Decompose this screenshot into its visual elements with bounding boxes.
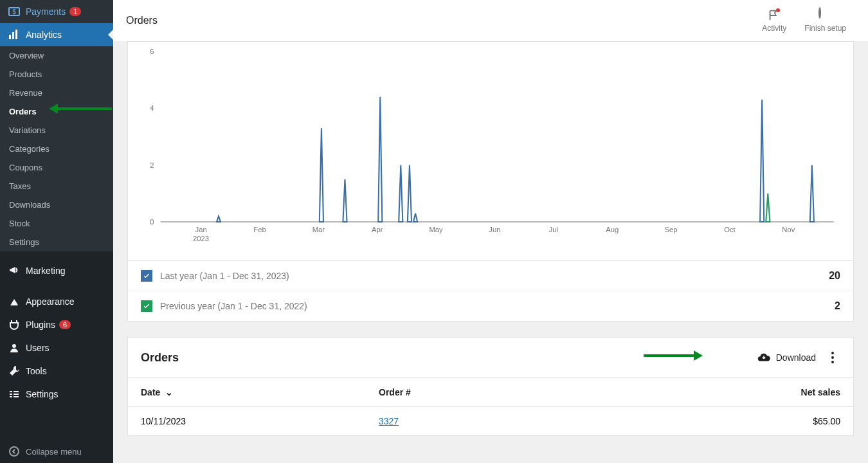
- sidebar-label: Users: [26, 343, 50, 353]
- sidebar-label: Settings: [26, 389, 59, 399]
- svg-text:Feb: Feb: [253, 226, 266, 233]
- sidebar-item-users[interactable]: Users: [0, 336, 113, 359]
- order-link[interactable]: 3327: [379, 416, 399, 426]
- submenu-settings[interactable]: Settings: [0, 233, 113, 251]
- svg-text:Aug: Aug: [606, 226, 619, 233]
- sidebar-item-marketing[interactable]: Marketing: [0, 259, 113, 282]
- annotation-arrow-icon: [644, 354, 699, 357]
- cell-date: 10/11/2023: [128, 407, 366, 435]
- sidebar-item-tools[interactable]: Tools: [0, 359, 113, 383]
- appearance-icon: [8, 295, 21, 308]
- legend-row-last-year[interactable]: Last year (Jan 1 - Dec 31, 2023) 20: [128, 261, 853, 291]
- column-header-date[interactable]: Date ⌄: [128, 378, 366, 406]
- collapse-label: Collapse menu: [26, 447, 82, 457]
- annotation-arrow-icon: [53, 107, 112, 110]
- legend-label: Previous year (Jan 1 - Dec 31, 2022): [160, 301, 835, 311]
- main-content: Orders Activity Finish setup 0246JanFebM…: [113, 0, 868, 463]
- content-scroll[interactable]: 0246JanFebMarAprMayJunJulAugSepOctNovDec…: [113, 41, 868, 463]
- sidebar-item-analytics[interactable]: Analytics: [0, 23, 113, 46]
- admin-sidebar: $ Payments 1 Analytics Overview Products…: [0, 0, 113, 463]
- download-label: Download: [776, 352, 816, 363]
- marketing-icon: [8, 264, 21, 277]
- cell-order: 3327: [366, 407, 737, 435]
- chart-legend: Last year (Jan 1 - Dec 31, 2023) 20 Prev…: [128, 260, 853, 321]
- sidebar-item-settings[interactable]: Settings: [0, 383, 113, 406]
- chevron-down-icon: ⌄: [165, 387, 173, 397]
- sidebar-label: Payments: [26, 6, 66, 17]
- sidebar-item-appearance[interactable]: Appearance: [0, 290, 113, 313]
- svg-rect-7: [10, 394, 12, 395]
- submenu-categories[interactable]: Categories: [0, 140, 113, 158]
- svg-text:Mar: Mar: [312, 226, 325, 233]
- svg-rect-11: [14, 396, 19, 397]
- download-button[interactable]: Download: [757, 350, 816, 365]
- finish-setup-button[interactable]: Finish setup: [795, 6, 855, 35]
- payments-badge: 1: [69, 7, 81, 16]
- svg-point-12: [10, 447, 19, 456]
- column-header-net-sales[interactable]: Net sales: [737, 378, 853, 406]
- svg-text:Oct: Oct: [724, 226, 736, 233]
- users-icon: [8, 341, 21, 354]
- finish-setup-label: Finish setup: [804, 24, 846, 33]
- collapse-menu-button[interactable]: Collapse menu: [0, 440, 113, 463]
- analytics-submenu: Overview Products Revenue Orders Variati…: [0, 46, 113, 251]
- cell-net-sales: $65.00: [737, 407, 853, 435]
- orders-table-card: Orders Download Date ⌄ Order # Net sales…: [127, 337, 854, 436]
- sidebar-label: Analytics: [26, 30, 62, 40]
- column-header-order[interactable]: Order #: [366, 378, 737, 406]
- collapse-icon: [8, 445, 21, 458]
- legend-checkbox-icon[interactable]: [141, 270, 152, 282]
- svg-text:Jan: Jan: [195, 226, 207, 233]
- svg-text:2: 2: [150, 161, 154, 169]
- page-title: Orders: [126, 15, 158, 26]
- legend-checkbox-icon[interactable]: [141, 300, 152, 312]
- submenu-stock[interactable]: Stock: [0, 214, 113, 233]
- submenu-taxes[interactable]: Taxes: [0, 177, 113, 195]
- activity-button[interactable]: Activity: [753, 6, 795, 35]
- submenu-downloads[interactable]: Downloads: [0, 195, 113, 214]
- submenu-coupons[interactable]: Coupons: [0, 158, 113, 177]
- svg-text:4: 4: [150, 104, 154, 112]
- submenu-variations[interactable]: Variations: [0, 121, 113, 140]
- finish-setup-icon: [818, 8, 833, 23]
- chart-card: 0246JanFebMarAprMayJunJulAugSepOctNovDec…: [127, 41, 854, 322]
- sidebar-item-plugins[interactable]: Plugins 6: [0, 313, 113, 336]
- orders-table-header: Orders Download: [128, 338, 853, 377]
- plugins-badge: 6: [59, 320, 71, 329]
- legend-value: 2: [835, 300, 840, 312]
- activity-label: Activity: [762, 24, 786, 33]
- svg-text:Sep: Sep: [665, 226, 678, 233]
- svg-rect-8: [10, 396, 12, 397]
- sidebar-label: Plugins: [26, 320, 55, 330]
- submenu-orders[interactable]: Orders: [0, 102, 113, 121]
- legend-row-previous-year[interactable]: Previous year (Jan 1 - Dec 31, 2022) 2: [128, 291, 853, 321]
- svg-point-5: [12, 344, 16, 348]
- payments-icon: $: [8, 5, 21, 18]
- svg-rect-2: [9, 35, 11, 39]
- svg-text:May: May: [429, 226, 443, 233]
- svg-rect-9: [14, 391, 19, 392]
- svg-rect-3: [12, 32, 14, 39]
- table-row: 10/11/2023 3327 $65.00: [128, 407, 853, 435]
- activity-icon: [767, 8, 781, 23]
- orders-table-head: Date ⌄ Order # Net sales: [128, 377, 853, 407]
- orders-chart: 0246JanFebMarAprMayJunJulAugSepOctNovDec…: [128, 42, 853, 260]
- sidebar-label: Marketing: [26, 266, 65, 276]
- plugins-icon: [8, 318, 21, 331]
- svg-text:$: $: [12, 8, 16, 15]
- legend-label: Last year (Jan 1 - Dec 31, 2023): [160, 271, 829, 281]
- more-options-button[interactable]: [825, 352, 840, 363]
- svg-text:Apr: Apr: [372, 226, 383, 233]
- topbar: Orders Activity Finish setup: [113, 0, 868, 41]
- svg-text:Jun: Jun: [489, 226, 500, 233]
- submenu-overview[interactable]: Overview: [0, 46, 113, 65]
- submenu-revenue[interactable]: Revenue: [0, 84, 113, 102]
- analytics-icon: [8, 28, 21, 41]
- submenu-products[interactable]: Products: [0, 65, 113, 84]
- sidebar-label: Tools: [26, 366, 47, 376]
- sidebar-item-payments[interactable]: $ Payments 1: [0, 0, 113, 23]
- svg-rect-10: [14, 394, 19, 395]
- svg-rect-4: [15, 30, 17, 39]
- svg-text:6: 6: [150, 48, 154, 55]
- svg-text:Jul: Jul: [549, 226, 558, 233]
